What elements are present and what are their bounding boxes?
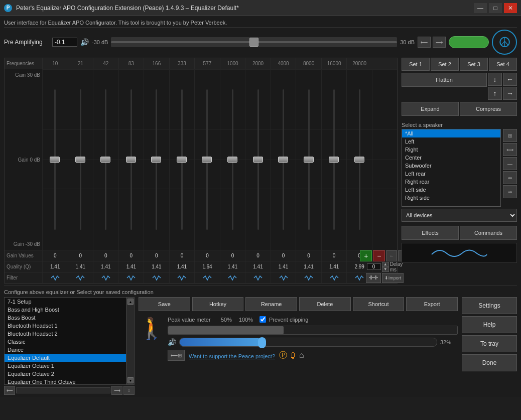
preset-eq-octave-1[interactable]: Equalizer Octave 1	[5, 362, 126, 370]
minimize-button[interactable]: —	[474, 3, 487, 13]
remove-band-button[interactable]: −	[373, 250, 385, 261]
device-dropdown[interactable]: All devices	[402, 209, 517, 222]
set4-button[interactable]: Set 4	[489, 58, 517, 71]
preset-dance[interactable]: Dance	[5, 346, 126, 354]
filter-5[interactable]	[144, 272, 169, 283]
preset-bt-headset-2[interactable]: Bluetooth Headset 2	[5, 330, 126, 338]
eq-band-3[interactable]	[93, 69, 118, 250]
eq-band-11[interactable]	[296, 69, 321, 250]
delay-up-button[interactable]: ▲	[382, 262, 389, 267]
preset-bottom-arrow[interactable]: ↕	[123, 386, 135, 395]
preset-eq-octave-2[interactable]: Equalizer Octave 2	[5, 370, 126, 378]
pre-amp-slider-container[interactable]	[111, 37, 397, 47]
vol-bar-container[interactable]	[179, 338, 437, 347]
quality-val-4[interactable]	[118, 261, 144, 272]
eq-band-5[interactable]	[144, 69, 169, 250]
gain-val-8[interactable]	[220, 250, 245, 261]
quality-val-6[interactable]	[169, 261, 195, 272]
effects-button[interactable]: Effects	[402, 226, 459, 240]
eq-thumb-7[interactable]	[202, 157, 212, 163]
quality-val-2[interactable]	[68, 261, 93, 272]
preset-bass-high-boost[interactable]: Bass and High Boost	[5, 306, 126, 314]
eq-thumb-11[interactable]	[304, 157, 314, 163]
speaker-link-button[interactable]: ⟺	[503, 143, 517, 156]
eq-band-12[interactable]	[321, 69, 347, 250]
paypal-icon[interactable]: Ⓟ	[279, 350, 287, 361]
preset-horizontal-scrollbar[interactable]	[16, 387, 110, 393]
expand-button[interactable]: Expand	[402, 102, 459, 116]
close-button[interactable]: ✕	[504, 3, 517, 13]
filter-10[interactable]	[271, 272, 296, 283]
preset-scroll-up[interactable]: ▲	[127, 299, 134, 305]
speaker-arrow-right-button[interactable]: ⇒	[503, 185, 517, 198]
gain-val-7[interactable]	[194, 250, 220, 261]
hotkey-button[interactable]: Hotkey	[192, 297, 244, 311]
gain-arrow-left[interactable]: ←	[386, 250, 397, 261]
bottom-nav-button[interactable]: ⟵⊞	[168, 350, 185, 361]
to-tray-button[interactable]: To tray	[462, 335, 517, 352]
pre-amp-slider-thumb[interactable]	[249, 38, 258, 47]
filter-3[interactable]	[93, 272, 118, 283]
arrow-left-button[interactable]: ←	[503, 73, 517, 86]
filter-12[interactable]	[321, 272, 347, 283]
eq-band-4[interactable]	[118, 69, 144, 250]
speaker-all[interactable]: *All	[402, 129, 500, 137]
gain-val-1[interactable]	[42, 250, 68, 261]
speaker-dbl-arrow-button[interactable]: ⇔	[503, 171, 517, 184]
delete-button[interactable]: Delete	[299, 297, 351, 311]
arrow-right-button[interactable]: →	[503, 87, 517, 100]
quality-val-12[interactable]	[321, 261, 347, 272]
set2-button[interactable]: Set 2	[431, 58, 459, 71]
eq-thumb-10[interactable]	[278, 157, 288, 163]
gain-val-12[interactable]	[321, 250, 347, 261]
quality-val-9[interactable]	[245, 261, 271, 272]
eq-band-7[interactable]	[194, 69, 220, 250]
filter-11[interactable]	[296, 272, 321, 283]
quality-val-3[interactable]	[93, 261, 118, 272]
compress-button[interactable]: Compress	[460, 102, 517, 116]
speaker-right-side[interactable]: Right side	[402, 194, 500, 202]
preset-bt-headset-1[interactable]: Bluetooth Headset 1	[5, 322, 126, 330]
eq-thumb-9[interactable]	[253, 157, 263, 163]
eq-band-6[interactable]	[169, 69, 195, 250]
arrow-up-button[interactable]: ↑	[488, 87, 502, 100]
maximize-button[interactable]: □	[489, 3, 502, 13]
preset-scroll-down[interactable]: ▼	[127, 377, 134, 383]
eq-thumb-13[interactable]	[354, 157, 364, 163]
gain-val-5[interactable]	[144, 250, 169, 261]
speaker-left-side[interactable]: Left side	[402, 186, 500, 194]
speaker-center[interactable]: Center	[402, 154, 500, 162]
gain-val-11[interactable]	[296, 250, 321, 261]
arrow-down-button[interactable]: ↓	[488, 73, 502, 86]
set3-button[interactable]: Set 3	[460, 58, 488, 71]
shortcut-button[interactable]: Shortcut	[353, 297, 405, 311]
filter-eq-button[interactable]	[366, 273, 381, 283]
preset-nav-right[interactable]: ⟶	[111, 386, 122, 395]
eq-thumb-2[interactable]	[75, 157, 85, 163]
power-button[interactable]	[449, 36, 489, 48]
set1-button[interactable]: Set 1	[402, 58, 430, 71]
filter-4[interactable]	[118, 272, 144, 283]
filter-8[interactable]	[220, 272, 245, 283]
eq-band-10[interactable]	[271, 69, 296, 250]
settings-button[interactable]: Settings	[462, 297, 517, 314]
quality-val-5[interactable]	[144, 261, 169, 272]
bitcoin-icon[interactable]: ₿	[291, 351, 295, 360]
eq-band-8[interactable]	[220, 69, 245, 250]
amp-left-arrow-button[interactable]: ⟵	[418, 37, 431, 48]
eq-band-13[interactable]	[346, 69, 372, 250]
help-button[interactable]: Help	[462, 316, 517, 333]
done-button[interactable]: Done	[462, 354, 517, 371]
speaker-left[interactable]: Left	[402, 137, 500, 146]
quality-val-7[interactable]	[194, 261, 220, 272]
filter-2[interactable]	[68, 272, 93, 283]
preset-eq-default[interactable]: Equalizer Default	[5, 354, 126, 362]
support-link[interactable]: Want to support the Peace project?	[189, 353, 275, 359]
amp-right-arrow-button[interactable]: ⟶	[433, 37, 446, 48]
gain-val-3[interactable]	[93, 250, 118, 261]
vol-thumb[interactable]	[258, 337, 266, 348]
rename-button[interactable]: Rename	[245, 297, 297, 311]
gain-val-10[interactable]	[271, 250, 296, 261]
gain-val-2[interactable]	[68, 250, 93, 261]
quality-val-1[interactable]	[42, 261, 68, 272]
